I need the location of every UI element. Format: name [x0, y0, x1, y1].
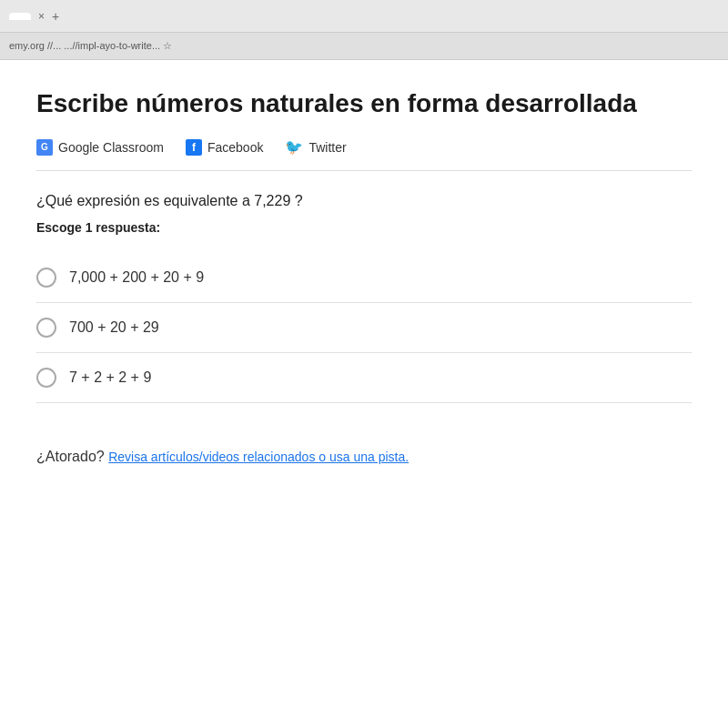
address-bar[interactable]: emy.org //... ...//impl-ayo-to-write... …: [0, 33, 728, 60]
question-text: ¿Qué expresión es equivalente a 7,229 ?: [36, 193, 692, 209]
twitter-link[interactable]: 🐦 Twitter: [285, 138, 346, 156]
twitter-label: Twitter: [308, 140, 346, 155]
radio-b[interactable]: [36, 318, 56, 338]
answer-option-a[interactable]: 7,000 + 200 + 20 + 9: [36, 253, 692, 303]
radio-a[interactable]: [36, 268, 56, 288]
radio-c[interactable]: [36, 368, 56, 388]
stuck-link[interactable]: Revisa artículos/videos relacionados o u…: [108, 450, 409, 464]
google-classroom-link[interactable]: G Google Classroom: [36, 139, 164, 156]
twitter-icon: 🐦: [285, 138, 303, 156]
choose-label: Escoge 1 respuesta:: [36, 220, 692, 235]
answer-text-c: 7 + 2 + 2 + 9: [69, 369, 151, 386]
share-bar: G Google Classroom f Facebook 🐦 Twitter: [36, 138, 692, 171]
facebook-label: Facebook: [207, 140, 263, 155]
page-content: Escribe números naturales en forma desar…: [0, 60, 728, 728]
stuck-section: ¿Atorado? Revisa artículos/videos relaci…: [36, 430, 692, 465]
answer-text-b: 700 + 20 + 29: [69, 319, 159, 336]
google-classroom-label: Google Classroom: [58, 140, 164, 155]
close-icon[interactable]: ×: [38, 10, 45, 23]
browser-bar: × +: [0, 0, 728, 33]
answer-option-c[interactable]: 7 + 2 + 2 + 9: [36, 353, 692, 403]
answer-text-a: 7,000 + 200 + 20 + 9: [69, 269, 204, 286]
google-classroom-icon: G: [36, 139, 53, 156]
address-text: emy.org //... ...//impl-ayo-to-write... …: [9, 40, 172, 52]
browser-tab[interactable]: [9, 13, 31, 20]
page-title: Escribe números naturales en forma desar…: [36, 87, 692, 120]
answer-options: 7,000 + 200 + 20 + 9 700 + 20 + 29 7 + 2…: [36, 253, 692, 403]
facebook-link[interactable]: f Facebook: [186, 139, 263, 156]
facebook-icon: f: [186, 139, 202, 156]
answer-option-b[interactable]: 700 + 20 + 29: [36, 303, 692, 353]
new-tab-icon[interactable]: +: [52, 9, 59, 24]
stuck-prefix: ¿Atorado?: [36, 449, 105, 464]
